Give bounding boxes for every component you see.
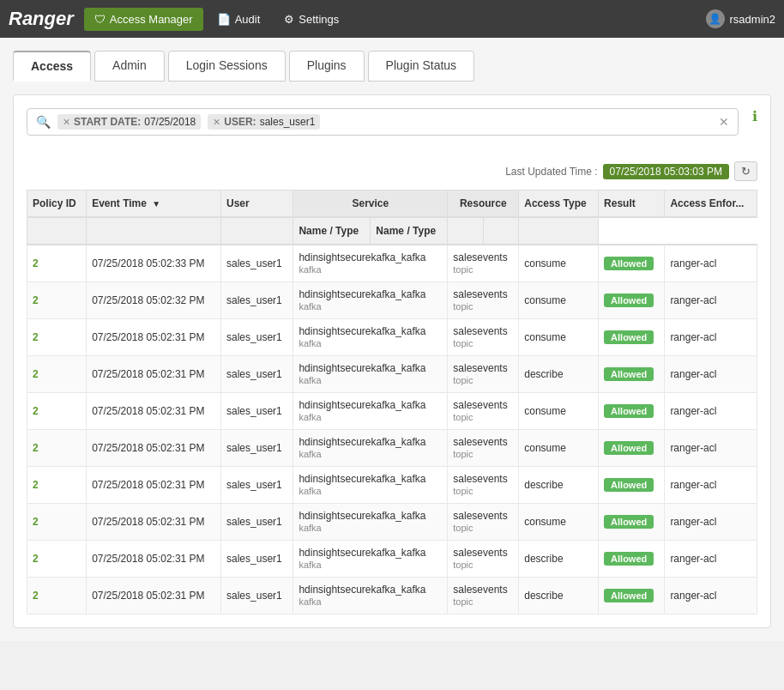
start-date-tag[interactable]: ✕ START DATE: 07/25/2018 xyxy=(57,114,201,130)
nav-audit-label: Audit xyxy=(235,13,261,26)
table-row: 2 07/25/2018 05:02:33 PM sales_user1 hdi… xyxy=(27,245,757,282)
nav-settings[interactable]: ⚙ Settings xyxy=(274,8,349,31)
tab-plugins[interactable]: Plugins xyxy=(289,51,365,82)
cell-event-time: 07/25/2018 05:02:31 PM xyxy=(87,541,221,578)
policy-id-link[interactable]: 2 xyxy=(33,405,39,417)
nav-audit[interactable]: 📄 Audit xyxy=(207,8,271,31)
policy-id-link[interactable]: 2 xyxy=(33,479,39,491)
service-type: kafka xyxy=(299,486,321,496)
cell-result: Allowed xyxy=(599,356,665,393)
result-badge: Allowed xyxy=(604,404,654,418)
policy-id-link[interactable]: 2 xyxy=(33,553,39,565)
th-service-name: Name / Type xyxy=(293,217,371,245)
cell-access-enforcer: ranger-acl xyxy=(665,393,757,430)
table-row: 2 07/25/2018 05:02:31 PM sales_user1 hdi… xyxy=(27,393,757,430)
user-remove[interactable]: ✕ xyxy=(213,117,220,128)
cell-result: Allowed xyxy=(599,282,665,319)
tab-access[interactable]: Access xyxy=(13,51,91,82)
tab-login-sessions[interactable]: Login Sessions xyxy=(168,51,286,82)
cell-access-type: consume xyxy=(519,430,599,467)
audit-table-container: Policy ID Event Time ▼ User Service Reso… xyxy=(27,190,757,614)
cell-user: sales_user1 xyxy=(221,282,293,319)
resource-type: topic xyxy=(453,560,473,570)
th-event-time[interactable]: Event Time ▼ xyxy=(87,191,221,218)
policy-id-link[interactable]: 2 xyxy=(33,294,39,306)
tab-admin[interactable]: Admin xyxy=(94,51,165,82)
cell-result: Allowed xyxy=(599,319,665,356)
app-logo: Ranger xyxy=(9,8,74,30)
policy-id-link[interactable]: 2 xyxy=(33,516,39,528)
table-subheader-row: Name / Type Name / Type xyxy=(27,217,757,245)
file-icon: 📄 xyxy=(217,13,231,26)
table-body: 2 07/25/2018 05:02:33 PM sales_user1 hdi… xyxy=(27,245,757,614)
th-access-type: Access Type xyxy=(519,191,599,218)
resource-type: topic xyxy=(453,486,473,496)
start-date-remove[interactable]: ✕ xyxy=(63,117,70,128)
nav-settings-label: Settings xyxy=(299,13,339,26)
cell-service: hdinsightsecurekafka_kafka kafka xyxy=(293,578,448,614)
service-name: hdinsightsecurekafka_kafka xyxy=(299,399,425,411)
tab-bar: Access Admin Login Sessions Plugins Plug… xyxy=(13,51,771,82)
th-user: User xyxy=(221,191,293,218)
service-type: kafka xyxy=(299,596,321,607)
cell-access-enforcer: ranger-acl xyxy=(665,578,757,614)
last-updated-time: 07/25/2018 05:03:03 PM xyxy=(603,164,729,179)
policy-id-link[interactable]: 2 xyxy=(33,590,39,602)
last-updated-label: Last Updated Time : xyxy=(505,166,597,178)
user-menu[interactable]: 👤 rsadmin2 xyxy=(706,9,775,28)
th-policy-id: Policy ID xyxy=(27,191,87,218)
shield-icon: 🛡 xyxy=(94,13,106,26)
table-row: 2 07/25/2018 05:02:31 PM sales_user1 hdi… xyxy=(27,356,757,393)
info-icon[interactable]: ℹ xyxy=(752,108,757,124)
search-clear-button[interactable]: ✕ xyxy=(719,115,729,129)
policy-id-link[interactable]: 2 xyxy=(33,257,39,269)
tab-plugin-status[interactable]: Plugin Status xyxy=(368,51,475,82)
cell-event-time: 07/25/2018 05:02:31 PM xyxy=(87,430,221,467)
cell-resource: salesevents topic xyxy=(448,319,519,356)
main-nav: 🛡 Access Manager 📄 Audit ⚙ Settings xyxy=(84,8,349,31)
nav-access-manager[interactable]: 🛡 Access Manager xyxy=(84,8,203,31)
service-name: hdinsightsecurekafka_kafka xyxy=(299,510,425,522)
result-badge: Allowed xyxy=(604,552,654,566)
policy-id-link[interactable]: 2 xyxy=(33,331,39,343)
cell-result: Allowed xyxy=(599,467,665,504)
sort-icon: ▼ xyxy=(152,199,160,209)
cell-event-time: 07/25/2018 05:02:31 PM xyxy=(87,578,221,614)
th-result: Result xyxy=(599,191,665,218)
service-type: kafka xyxy=(299,264,321,275)
cell-service: hdinsightsecurekafka_kafka kafka xyxy=(293,393,448,430)
cell-service: hdinsightsecurekafka_kafka kafka xyxy=(293,504,448,541)
th-resource-name: Name / Type xyxy=(371,217,448,245)
main-content: Access Admin Login Sessions Plugins Plug… xyxy=(0,38,784,641)
resource-type: topic xyxy=(453,301,473,312)
nav-access-manager-label: Access Manager xyxy=(110,13,193,26)
search-icon: 🔍 xyxy=(36,115,51,129)
policy-id-link[interactable]: 2 xyxy=(33,442,39,454)
service-name: hdinsightsecurekafka_kafka xyxy=(299,251,425,263)
search-bar: 🔍 ✕ START DATE: 07/25/2018 ✕ USER: sales… xyxy=(27,108,739,136)
cell-event-time: 07/25/2018 05:02:31 PM xyxy=(87,504,221,541)
user-name: rsadmin2 xyxy=(730,13,775,26)
result-badge: Allowed xyxy=(604,294,654,307)
user-tag[interactable]: ✕ USER: sales_user1 xyxy=(208,114,320,130)
service-name: hdinsightsecurekafka_kafka xyxy=(299,584,425,596)
cell-service: hdinsightsecurekafka_kafka kafka xyxy=(293,319,448,356)
result-badge: Allowed xyxy=(604,515,654,529)
user-avatar: 👤 xyxy=(706,9,725,28)
cell-access-enforcer: ranger-acl xyxy=(665,430,757,467)
policy-id-link[interactable]: 2 xyxy=(33,368,39,380)
resource-type: topic xyxy=(453,264,473,275)
resource-name: salesevents xyxy=(453,584,507,596)
cell-service: hdinsightsecurekafka_kafka kafka xyxy=(293,282,448,319)
resource-type: topic xyxy=(453,596,473,607)
cell-user: sales_user1 xyxy=(221,541,293,578)
service-name: hdinsightsecurekafka_kafka xyxy=(299,288,425,300)
cell-event-time: 07/25/2018 05:02:31 PM xyxy=(87,319,221,356)
cell-user: sales_user1 xyxy=(221,467,293,504)
table-row: 2 07/25/2018 05:02:31 PM sales_user1 hdi… xyxy=(27,578,757,614)
cell-result: Allowed xyxy=(599,393,665,430)
cell-resource: salesevents topic xyxy=(448,245,519,282)
service-type: kafka xyxy=(299,338,321,348)
cell-user: sales_user1 xyxy=(221,356,293,393)
refresh-button[interactable]: ↻ xyxy=(734,161,757,181)
